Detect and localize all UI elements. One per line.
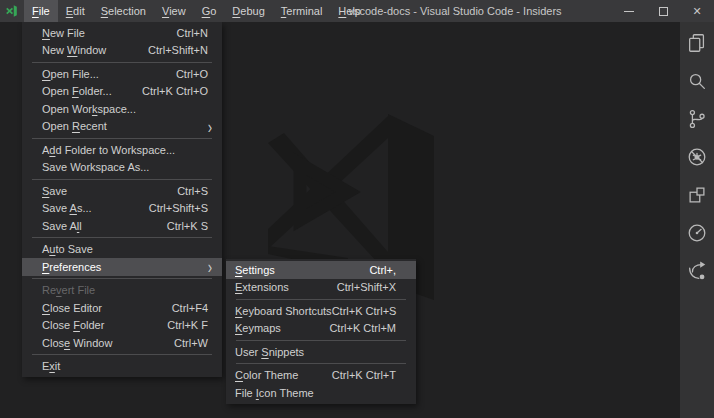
preferences-item-file-icon-theme[interactable]: File Icon Theme <box>226 384 416 402</box>
window-title: vscode-docs - Visual Studio Code - Insid… <box>348 0 561 22</box>
activity-bar-explorer-icon[interactable] <box>680 24 714 62</box>
menu-item-label: Revert File <box>42 284 95 296</box>
preferences-item-keymaps[interactable]: KeymapsCtrl+K Ctrl+M <box>226 320 416 338</box>
close-button[interactable]: ✕ <box>680 0 714 22</box>
menubar: FileEditSelectionViewGoDebugTerminalHelp <box>24 0 369 22</box>
menu-item-shortcut: Ctrl+K Ctrl+O <box>142 85 214 97</box>
menubar-debug[interactable]: Debug <box>224 0 272 22</box>
file-menu-separator <box>32 179 212 180</box>
menu-item-label: Debug <box>232 5 264 17</box>
menubar-terminal[interactable]: Terminal <box>273 0 331 22</box>
search-icon <box>686 70 708 92</box>
file-menu-separator <box>32 62 212 63</box>
source-control-icon <box>686 108 708 130</box>
clock-icon <box>686 222 708 244</box>
menu-item-label: Save Workspace As... <box>42 161 149 173</box>
menubar-file[interactable]: File <box>24 0 58 22</box>
menu-item-label: File Icon Theme <box>235 387 314 399</box>
menubar-view[interactable]: View <box>154 0 194 22</box>
preferences-item-color-theme[interactable]: Color ThemeCtrl+K Ctrl+T <box>226 367 416 385</box>
preferences-item-settings[interactable]: SettingsCtrl+, <box>226 261 416 279</box>
menu-item-shortcut: Ctrl+N <box>177 27 214 39</box>
submenu-arrow-icon: › <box>208 258 214 276</box>
menu-item-shortcut: Ctrl+Shift+X <box>337 281 408 293</box>
preferences-item-extensions[interactable]: ExtensionsCtrl+Shift+X <box>226 279 416 297</box>
activity-bar-extensions-icon[interactable] <box>680 176 714 214</box>
window-controls: ✕ <box>612 0 714 22</box>
file-menu-item-auto-save[interactable]: Auto Save <box>22 241 222 259</box>
extensions-icon <box>686 184 708 206</box>
menu-item-label: Preferences <box>42 261 101 273</box>
maximize-button[interactable] <box>646 0 680 22</box>
file-menu-separator <box>32 278 212 279</box>
file-menu-item-preferences[interactable]: Preferences› <box>22 258 222 276</box>
submenu-arrow-icon: › <box>208 117 214 135</box>
menu-item-label: Keymaps <box>235 322 281 334</box>
menu-item-label: Close Editor <box>42 302 102 314</box>
menu-item-shortcut: Ctrl+K S <box>167 220 214 232</box>
activity-bar-debug-icon[interactable] <box>680 138 714 176</box>
file-menu-item-new-file[interactable]: New FileCtrl+N <box>22 24 222 42</box>
file-menu: New FileCtrl+NNew WindowCtrl+Shift+NOpen… <box>22 22 222 377</box>
file-menu-item-open-workspace[interactable]: Open Workspace... <box>22 100 222 118</box>
activity-bar-search-icon[interactable] <box>680 62 714 100</box>
activity-bar-clock-icon[interactable] <box>680 214 714 252</box>
menu-item-label: Close Folder <box>42 319 104 331</box>
vscode-insiders-logo-icon <box>0 0 24 22</box>
menu-item-shortcut: Ctrl+F4 <box>172 302 214 314</box>
minimize-button[interactable] <box>612 0 646 22</box>
menu-item-label: Color Theme <box>235 369 298 381</box>
maximize-icon <box>659 7 668 16</box>
file-menu-item-save-workspace-as[interactable]: Save Workspace As... <box>22 159 222 177</box>
menu-item-shortcut: Ctrl+K Ctrl+T <box>332 369 408 381</box>
activity-bar <box>680 22 714 418</box>
file-menu-item-exit[interactable]: Exit <box>22 358 222 376</box>
menu-item-label: Add Folder to Workspace... <box>42 144 175 156</box>
menu-item-label: Terminal <box>281 5 323 17</box>
file-menu-item-open-file[interactable]: Open File...Ctrl+O <box>22 65 222 83</box>
menu-item-label: Settings <box>235 264 275 276</box>
menu-item-label: View <box>162 5 186 17</box>
preferences-submenu: SettingsCtrl+,ExtensionsCtrl+Shift+XKeyb… <box>226 259 416 404</box>
menu-item-shortcut: Ctrl+S <box>177 185 214 197</box>
menu-item-label: Edit <box>66 5 85 17</box>
menu-item-shortcut: Ctrl+K F <box>167 319 214 331</box>
file-menu-item-close-folder[interactable]: Close FolderCtrl+K F <box>22 317 222 335</box>
file-menu-item-close-window[interactable]: Close WindowCtrl+W <box>22 334 222 352</box>
activity-bar-share-icon[interactable] <box>680 252 714 290</box>
menu-item-label: Open File... <box>42 68 99 80</box>
menubar-selection[interactable]: Selection <box>93 0 154 22</box>
file-menu-item-open-folder[interactable]: Open Folder...Ctrl+K Ctrl+O <box>22 83 222 101</box>
file-menu-item-add-folder-to-workspace[interactable]: Add Folder to Workspace... <box>22 141 222 159</box>
share-icon <box>686 260 708 282</box>
preferences-item-keyboard-shortcuts[interactable]: Keyboard ShortcutsCtrl+K Ctrl+S <box>226 302 416 320</box>
menu-item-label: Close Window <box>42 337 112 349</box>
menu-item-shortcut: Ctrl+O <box>176 68 214 80</box>
menu-item-label: Keyboard Shortcuts <box>235 305 332 317</box>
menu-item-label: Open Recent <box>42 120 107 132</box>
preferences-item-user-snippets[interactable]: User Snippets <box>226 343 416 361</box>
menubar-edit[interactable]: Edit <box>58 0 93 22</box>
menu-item-label: Open Workspace... <box>42 103 136 115</box>
preferences-separator <box>236 363 406 364</box>
file-menu-separator <box>32 354 212 355</box>
menu-item-label: Save As... <box>42 202 92 214</box>
menu-item-label: Go <box>202 5 217 17</box>
file-menu-item-save-all[interactable]: Save AllCtrl+K S <box>22 217 222 235</box>
preferences-separator <box>236 299 406 300</box>
file-menu-item-save-as[interactable]: Save As...Ctrl+Shift+S <box>22 200 222 218</box>
menu-item-shortcut: Ctrl+, <box>369 264 408 276</box>
activity-bar-source-control-icon[interactable] <box>680 100 714 138</box>
file-menu-item-new-window[interactable]: New WindowCtrl+Shift+N <box>22 42 222 60</box>
file-menu-item-save[interactable]: SaveCtrl+S <box>22 182 222 200</box>
close-icon: ✕ <box>692 6 701 17</box>
file-menu-item-open-recent[interactable]: Open Recent› <box>22 118 222 136</box>
menubar-go[interactable]: Go <box>194 0 225 22</box>
menu-item-shortcut: Ctrl+K Ctrl+M <box>329 322 408 334</box>
menu-item-shortcut: Ctrl+Shift+N <box>148 44 214 56</box>
file-menu-separator <box>32 237 212 238</box>
file-menu-item-revert-file: Revert File <box>22 282 222 300</box>
menu-item-label: Extensions <box>235 281 289 293</box>
file-menu-item-close-editor[interactable]: Close EditorCtrl+F4 <box>22 299 222 317</box>
file-menu-separator <box>32 138 212 139</box>
